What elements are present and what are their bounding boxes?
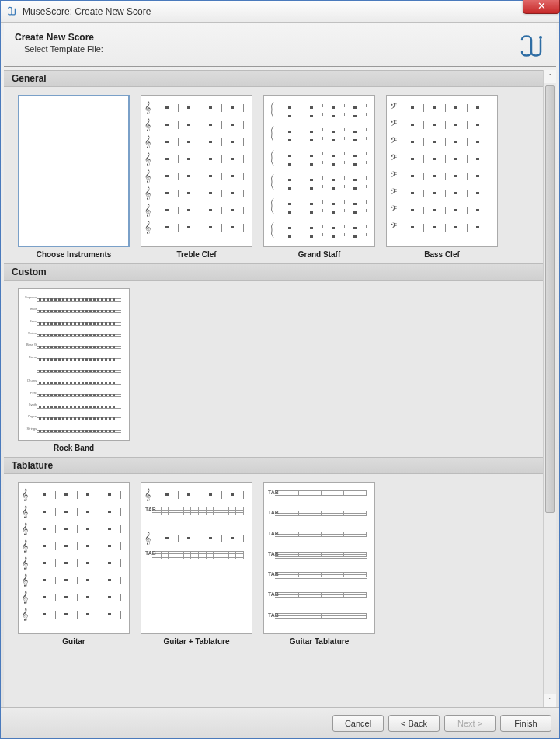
next-button[interactable]: Next > bbox=[444, 715, 496, 732]
close-button[interactable]: ✕ bbox=[523, 0, 560, 14]
musescore-logo-icon bbox=[517, 32, 545, 60]
vertical-scrollbar[interactable]: ˄ ˅ bbox=[543, 70, 556, 707]
template-label: Guitar Tablature bbox=[290, 634, 350, 646]
wizard-header: Create New Score Select Template File: bbox=[4, 23, 556, 67]
wizard-footer: Cancel < Back Next > Finish bbox=[1, 707, 559, 738]
template-item[interactable]: SopranoTenorBassGuitarBass GPianoDrumsPe… bbox=[18, 288, 130, 452]
app-icon bbox=[5, 5, 18, 18]
page-title: Create New Score bbox=[15, 32, 103, 43]
template-row: SopranoTenorBassGuitarBass GPianoDrumsPe… bbox=[4, 281, 543, 457]
template-thumbnail: SopranoTenorBassGuitarBass GPianoDrumsPe… bbox=[18, 288, 130, 441]
category-header: General bbox=[4, 70, 543, 87]
header-text: Create New Score Select Template File: bbox=[15, 32, 103, 54]
template-row: 𝄞𝄞𝄞𝄞𝄞𝄞𝄞𝄞 Guitar𝄞TAB𝄞TAB Guitar + Tablatu… bbox=[4, 474, 543, 650]
template-label: Treble Clef bbox=[176, 247, 216, 259]
template-item[interactable]: TABTABTABTABTABTABTAB Guitar Tablature bbox=[263, 482, 375, 646]
template-thumbnail bbox=[263, 95, 375, 247]
category-header: Custom bbox=[4, 263, 543, 281]
template-label: Choose Instruments bbox=[37, 247, 112, 259]
template-label: Guitar bbox=[62, 634, 85, 646]
template-thumbnail bbox=[18, 95, 130, 247]
content-area: General Choose Instruments𝄞𝄞𝄞𝄞𝄞𝄞𝄞𝄞 Trebl… bbox=[4, 70, 556, 707]
template-row: Choose Instruments𝄞𝄞𝄞𝄞𝄞𝄞𝄞𝄞 Treble Clef G… bbox=[4, 87, 543, 263]
window-title: MuseScore: Create New Score bbox=[23, 6, 151, 17]
template-item[interactable]: 𝄞𝄞𝄞𝄞𝄞𝄞𝄞𝄞 Guitar bbox=[18, 482, 130, 646]
svg-point-0 bbox=[539, 36, 542, 39]
template-item[interactable]: 𝄞𝄞𝄞𝄞𝄞𝄞𝄞𝄞 Treble Clef bbox=[141, 95, 252, 259]
template-item[interactable]: Choose Instruments bbox=[18, 95, 130, 259]
template-label: Grand Staff bbox=[298, 247, 340, 259]
scroll-down-arrow-icon[interactable]: ˅ bbox=[544, 694, 556, 707]
page-subtitle: Select Template File: bbox=[15, 44, 103, 54]
template-label: Bass Clef bbox=[424, 247, 460, 259]
template-thumbnail: 𝄞𝄞𝄞𝄞𝄞𝄞𝄞𝄞 bbox=[18, 482, 130, 634]
template-thumbnail: 𝄞𝄞𝄞𝄞𝄞𝄞𝄞𝄞 bbox=[141, 95, 252, 247]
template-thumbnail: 𝄢𝄢𝄢𝄢𝄢𝄢𝄢𝄢 bbox=[386, 95, 498, 247]
scroll-up-arrow-icon[interactable]: ˄ bbox=[544, 70, 556, 83]
template-list: General Choose Instruments𝄞𝄞𝄞𝄞𝄞𝄞𝄞𝄞 Trebl… bbox=[4, 70, 543, 707]
template-label: Guitar + Tablature bbox=[163, 634, 229, 646]
scrollbar-thumb[interactable] bbox=[545, 85, 555, 513]
template-item[interactable]: 𝄢𝄢𝄢𝄢𝄢𝄢𝄢𝄢 Bass Clef bbox=[386, 95, 498, 259]
template-item[interactable]: 𝄞TAB𝄞TAB Guitar + Tablature bbox=[141, 482, 252, 646]
category-header: Tablature bbox=[4, 457, 543, 474]
template-item[interactable]: Grand Staff bbox=[263, 95, 375, 259]
back-button[interactable]: < Back bbox=[388, 715, 440, 732]
dialog-window: MuseScore: Create New Score ✕ Create New… bbox=[0, 0, 560, 739]
template-thumbnail: TABTABTABTABTABTABTAB bbox=[263, 482, 375, 634]
template-thumbnail: 𝄞TAB𝄞TAB bbox=[141, 482, 252, 634]
scrollbar-track[interactable] bbox=[544, 83, 556, 694]
cancel-button[interactable]: Cancel bbox=[332, 715, 384, 732]
template-label: Rock Band bbox=[54, 441, 94, 452]
finish-button[interactable]: Finish bbox=[500, 715, 551, 732]
titlebar: MuseScore: Create New Score ✕ bbox=[1, 1, 559, 23]
close-icon: ✕ bbox=[537, 0, 546, 12]
